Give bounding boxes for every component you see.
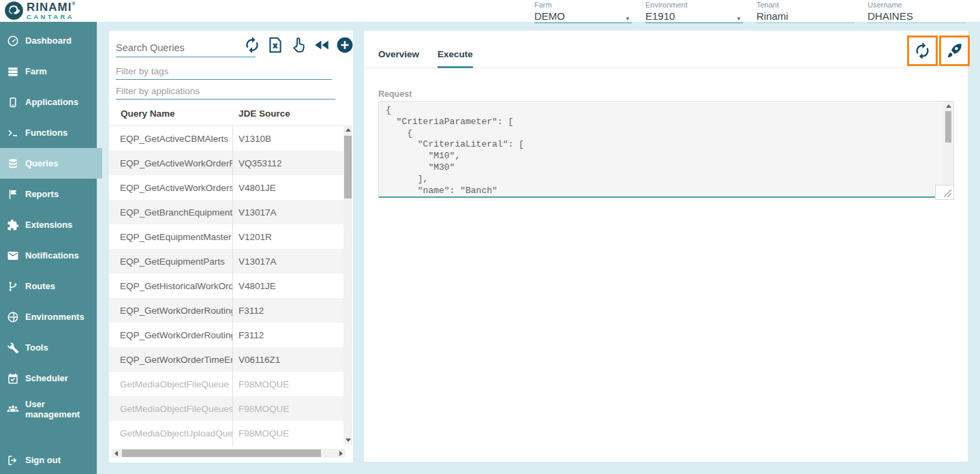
excel-export-icon[interactable] — [266, 36, 284, 54]
scroll-up-button[interactable] — [943, 102, 953, 110]
table-row[interactable]: EQP_GetWorkOrderRoutingF3112 — [109, 298, 343, 323]
table-row[interactable]: EQP_GetActiveWorkOrderRVQ353112 — [109, 151, 343, 175]
field-label: Environment — [645, 1, 743, 9]
sidebar-item-label: Dashboard — [25, 35, 74, 46]
scheduler-icon — [7, 372, 19, 385]
filter-applications-input[interactable] — [116, 83, 335, 100]
table-row[interactable]: EQP_GetEquipmentMasterV1201R — [109, 224, 343, 249]
users-icon — [7, 403, 19, 415]
field-value[interactable]: E1910 — [645, 10, 675, 22]
field-value: Rinami — [756, 10, 788, 22]
refresh-icon — [913, 42, 932, 60]
resize-grip[interactable] — [935, 185, 954, 200]
query-name-cell: GetMediaObjectFileQueue — [109, 379, 232, 389]
query-name-cell: EQP_GetHistoricalWorkOrd — [109, 281, 232, 291]
jde-source-cell: V1310B — [232, 134, 271, 144]
request-json-editor[interactable]: { "CriteriaParameter": [ { "CriteriaLite… — [378, 101, 954, 198]
sidebar-item-label: Tools — [25, 342, 51, 353]
sidebar-item-farm[interactable]: Farm — [0, 56, 97, 87]
scroll-left-button[interactable] — [112, 449, 121, 458]
query-name-cell: EQP_GetWorkOrderRouting — [109, 330, 232, 340]
scroll-down-button[interactable] — [343, 436, 352, 445]
refresh-button[interactable] — [907, 35, 938, 66]
sidebar-item-extensions[interactable]: Extensions — [0, 209, 97, 240]
dashboard-icon — [7, 35, 19, 47]
sidebar-item-applications[interactable]: Applications — [0, 87, 97, 117]
jde-source-cell: VQ353112 — [232, 158, 282, 168]
hand-select-icon[interactable] — [290, 36, 307, 54]
detail-tabs: OverviewExecute — [364, 31, 968, 68]
extensions-icon — [7, 219, 19, 231]
farm-field[interactable]: FarmDEMO▼ — [534, 1, 632, 23]
field-label: Tenant — [756, 1, 854, 9]
sidebar-item-user-management[interactable]: User management — [0, 394, 97, 424]
vertical-scroll-thumb[interactable] — [344, 136, 352, 198]
rocket-icon — [945, 42, 964, 60]
query-name-cell: EQP_GetBranchEquipment — [109, 207, 232, 218]
sidebar-item-label: Notifications — [25, 250, 82, 261]
table-row[interactable]: EQP_GetHistoricalWorkOrdV4801JE — [109, 273, 343, 298]
app-logo: RINAMI® CANTARA — [4, 1, 76, 20]
jde-source-cell: F3112 — [232, 306, 264, 316]
sidebar-item-notifications[interactable]: Notifications — [0, 240, 97, 271]
query-list-horizontal-scrollbar[interactable] — [112, 449, 346, 458]
scroll-right-button[interactable] — [337, 449, 346, 458]
table-row[interactable]: EQP_GetEquipmentPartsV13017A — [109, 249, 343, 273]
rocket-button[interactable] — [939, 35, 970, 66]
query-detail-panel: OverviewExecute Request { "CriteriaParam… — [364, 31, 968, 462]
request-json-text[interactable]: { "CriteriaParameter": [ { "CriteriaLite… — [379, 102, 953, 198]
jde-source-cell: V4801JE — [232, 281, 276, 291]
query-name-cell: GetMediaObjectUploadQue — [109, 428, 232, 439]
table-row[interactable]: GetMediaObjectFileQueuesF98MOQUE — [109, 396, 343, 421]
jde-source-cell: V13017A — [232, 256, 277, 267]
logo-title: RINAMI® — [27, 1, 76, 13]
sidebar-item-sign-out[interactable]: Sign out — [0, 445, 97, 474]
query-name-cell: EQP_GetEquipmentMaster — [109, 232, 232, 242]
horizontal-scroll-thumb[interactable] — [122, 449, 321, 457]
environment-field[interactable]: EnvironmentE1910▼ — [645, 1, 743, 23]
scroll-up-button[interactable] — [343, 125, 352, 134]
session-fields: FarmDEMO▼EnvironmentE1910▼TenantRinamiUs… — [534, 1, 965, 23]
sidebar-item-reports[interactable]: Reports — [0, 179, 97, 209]
jde-source-cell: V1201R — [232, 232, 272, 242]
rewind-icon[interactable] — [313, 36, 331, 54]
chevron-down-icon[interactable]: ▼ — [625, 16, 632, 22]
execute-actions — [907, 35, 970, 66]
request-editor-scrollbar[interactable] — [943, 102, 953, 196]
sidebar-item-scheduler[interactable]: Scheduler — [0, 363, 97, 394]
sidebar-nav: DashboardFarmApplicationsFunctionsQuerie… — [0, 22, 97, 474]
table-row[interactable]: GetMediaObjectUploadQueF98MOQUE — [109, 421, 343, 445]
sidebar-item-label: Extensions — [25, 220, 75, 230]
logo-subtitle: CANTARA — [27, 14, 76, 20]
sync-icon[interactable] — [243, 36, 261, 54]
environments-icon — [7, 311, 19, 323]
vertical-scroll-thumb[interactable] — [945, 111, 951, 143]
queries-list-panel: Query Name JDE Source EQP_GetActiveCBMAl… — [109, 31, 353, 462]
sidebar-item-tools[interactable]: Tools — [0, 332, 97, 363]
add-icon[interactable] — [336, 36, 354, 54]
query-name-cell: EQP_GetEquipmentParts — [109, 256, 232, 267]
sidebar-item-routes[interactable]: Routes — [0, 271, 97, 301]
field-label: Farm — [534, 1, 632, 9]
table-row[interactable]: EQP_GetBranchEquipmentV13017A — [109, 200, 343, 224]
query-list-vertical-scrollbar[interactable] — [343, 125, 352, 445]
sidebar-item-queries[interactable]: Queries — [0, 148, 102, 179]
tab-execute[interactable]: Execute — [438, 31, 473, 68]
tab-overview[interactable]: Overview — [378, 31, 419, 68]
table-row[interactable]: EQP_GetWorkOrderTimeEnV06116Z1 — [109, 347, 343, 372]
query-name-cell: EQP_GetActiveWorkOrders — [109, 183, 232, 193]
table-row[interactable]: EQP_GetActiveCBMAlertsV1310B — [109, 126, 343, 151]
search-queries-input[interactable] — [116, 39, 256, 57]
chevron-down-icon[interactable]: ▼ — [736, 16, 743, 22]
field-value[interactable]: DEMO — [534, 10, 565, 22]
jde-source-cell: V06116Z1 — [232, 355, 280, 365]
sidebar-item-functions[interactable]: Functions — [0, 117, 97, 148]
sidebar-item-label: Reports — [25, 189, 61, 199]
table-row[interactable]: EQP_GetActiveWorkOrdersV4801JE — [109, 175, 343, 200]
sidebar-item-dashboard[interactable]: Dashboard — [0, 25, 97, 56]
table-row[interactable]: EQP_GetWorkOrderRoutingF3112 — [109, 323, 343, 347]
jde-source-cell: V13017A — [232, 207, 277, 218]
filter-tags-input[interactable] — [116, 63, 332, 80]
table-row[interactable]: GetMediaObjectFileQueueF98MOQUE — [109, 372, 343, 396]
sidebar-item-environments[interactable]: Environments — [0, 301, 97, 332]
